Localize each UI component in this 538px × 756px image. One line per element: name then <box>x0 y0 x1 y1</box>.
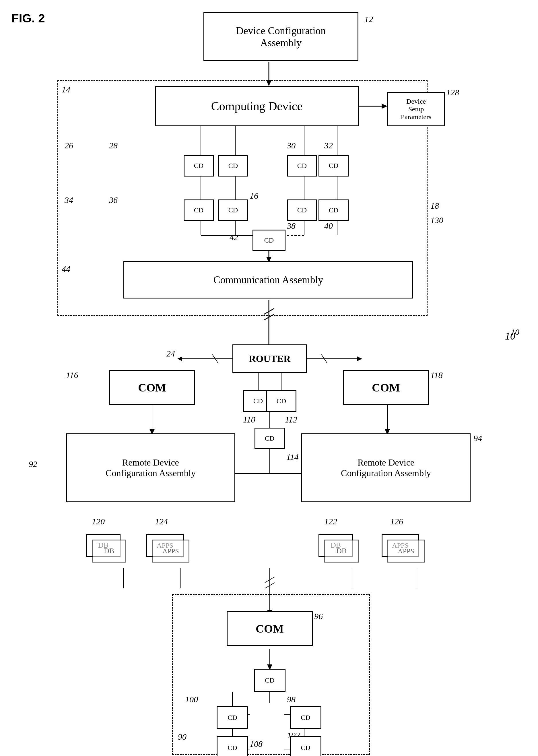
remote-assembly-94-box: Remote Device Configuration Assembly <box>301 433 470 502</box>
ref-92: 92 <box>29 459 37 469</box>
fig-label: FIG. 2 <box>12 12 45 25</box>
ref-130: 130 <box>430 215 443 225</box>
svg-line-53 <box>265 577 275 583</box>
ref-44: 44 <box>62 264 70 274</box>
cd-98: CD <box>254 669 286 692</box>
svg-line-29 <box>212 354 218 363</box>
cd-112: CD <box>266 390 296 412</box>
ref-128: 128 <box>446 87 459 97</box>
device-setup-params-box: Device Setup Parameters <box>387 92 445 126</box>
ref-38: 38 <box>287 221 296 231</box>
apps-124-back: APPS <box>152 540 189 563</box>
ref-112: 112 <box>285 415 297 424</box>
communication-assembly-box: Communication Assembly <box>123 261 413 298</box>
ref-122: 122 <box>324 516 337 526</box>
ref-108: 108 <box>250 739 263 749</box>
ref-114: 114 <box>286 452 299 462</box>
cd-102: CD <box>290 706 321 729</box>
ref-30: 30 <box>287 141 296 150</box>
ref-90: 90 <box>178 732 187 742</box>
ref-116: 116 <box>66 370 78 380</box>
svg-marker-35 <box>357 356 362 361</box>
cd-26: CD <box>184 155 214 177</box>
cd-38: CD <box>287 199 317 221</box>
ref-16: 16 <box>250 191 258 201</box>
ref-42: 42 <box>230 233 238 242</box>
ref-34: 34 <box>65 195 73 205</box>
cd-100: CD <box>217 706 248 729</box>
cd-34: CD <box>184 199 214 221</box>
ref-40: 40 <box>324 221 333 231</box>
cd-42: CD <box>252 230 286 251</box>
apps-126-back: APPS <box>387 540 425 563</box>
svg-line-33 <box>321 354 327 363</box>
ref-36: 36 <box>109 195 118 205</box>
ref-110: 110 <box>243 415 255 424</box>
com-116-box: COM <box>109 370 195 405</box>
ref-124: 124 <box>155 516 168 526</box>
page: FIG. 2 <box>0 0 538 756</box>
ref-18: 18 <box>430 201 439 211</box>
ref-14: 14 <box>62 85 70 94</box>
db-122-back: DB <box>324 540 359 563</box>
ref-98: 98 <box>287 695 296 704</box>
svg-marker-31 <box>177 356 182 361</box>
ref-24: 24 <box>166 349 175 358</box>
cd-114: CD <box>254 428 285 449</box>
device-config-assembly-box: Device Configuration Assembly <box>203 12 358 61</box>
ref-96: 96 <box>314 611 323 621</box>
ref-94: 94 <box>473 433 482 443</box>
ref-118: 118 <box>430 370 443 380</box>
ref-32: 32 <box>324 141 333 150</box>
cd-36: CD <box>218 199 248 221</box>
cd-30: CD <box>287 155 317 177</box>
svg-line-54 <box>265 583 275 588</box>
cd-106: CD <box>290 736 321 756</box>
ref-10-label: 10 <box>505 330 515 342</box>
ref-12: 12 <box>364 14 373 24</box>
router-box: ROUTER <box>233 345 307 373</box>
ref-120: 120 <box>92 516 105 526</box>
computing-device-box: Computing Device <box>155 86 359 126</box>
com-118-box: COM <box>343 370 429 405</box>
cd-104: CD <box>217 736 248 756</box>
ref-26: 26 <box>65 141 73 150</box>
cd-28: CD <box>218 155 248 177</box>
cd-40: CD <box>318 199 349 221</box>
ref-126: 126 <box>390 516 403 526</box>
ref-28: 28 <box>109 141 118 150</box>
db-120-back: DB <box>92 540 126 563</box>
cd-32: CD <box>318 155 349 177</box>
com-96-box: COM <box>227 611 313 646</box>
remote-assembly-92-box: Remote Device Configuration Assembly <box>66 433 235 502</box>
ref-100: 100 <box>185 695 198 704</box>
